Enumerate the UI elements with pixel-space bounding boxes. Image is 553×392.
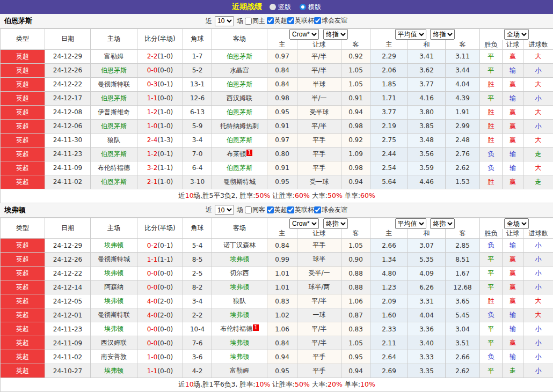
odds-home-cell: 0.84 <box>267 63 297 77</box>
fullmatch-select[interactable]: 全场 <box>504 29 529 40</box>
match-count-select[interactable]: 10 <box>215 16 234 26</box>
match-count-select[interactable]: 10 <box>215 205 234 215</box>
league-label: 球会友谊 <box>322 205 347 215</box>
fullmatch-select-cell: 全场 <box>480 29 553 40</box>
league-filter[interactable]: 球会友谊 <box>314 16 347 25</box>
radio-vertical-layout[interactable]: 竖版 <box>270 3 291 12</box>
result-handicap-cell: 赢 <box>503 49 523 63</box>
odds-away-cell: 1.05 <box>341 63 370 77</box>
same-venue-checkbox[interactable] <box>245 206 252 213</box>
result-goals-cell: 小 <box>523 322 553 336</box>
near-label: 近 <box>206 17 212 26</box>
radio-horizontal-layout[interactable]: 横版 <box>300 3 321 12</box>
avg-home-cell: 1.23 <box>370 280 408 294</box>
match-date-cell: 24-11-02 <box>45 175 91 189</box>
odds-stage-select-2[interactable]: 终指 <box>430 29 455 40</box>
odds-home-cell: 0.97 <box>267 49 297 63</box>
avg-away-cell: 1.67 <box>446 267 480 280</box>
handicap-cell: 球半 <box>297 253 341 267</box>
odds-stage-select-2[interactable]: 终指 <box>430 218 455 229</box>
league-checkbox[interactable] <box>314 17 321 24</box>
average-select[interactable]: 平均值 <box>395 218 426 229</box>
match-date-cell: 24-12-08 <box>45 105 91 119</box>
bookmaker-select-cell: Crow* 终指 <box>267 29 370 40</box>
odds-stage-select-1[interactable]: 终指 <box>323 218 348 229</box>
average-select[interactable]: 平均值 <box>395 29 426 40</box>
home-team-cell: 曼彻斯特城 <box>91 253 137 267</box>
avg-draw-cell: 3.36 <box>408 322 446 336</box>
summary-text: 近10场,胜1平6负3, 胜率:10% 让胜率:50% 大率:20% 单率:10… <box>1 378 553 392</box>
match-type-cell: 英超 <box>1 253 45 267</box>
home-team-cell: 阿森纳 <box>91 280 137 294</box>
odds-home-cell: 0.91 <box>267 161 297 175</box>
bookmaker-select[interactable]: Crow* <box>289 29 319 40</box>
same-venue-checkbox[interactable] <box>245 18 252 25</box>
league-filter[interactable]: 英超 <box>267 205 287 215</box>
corner-cell: 13-1 <box>183 77 212 91</box>
match-type-cell: 英超 <box>1 133 45 147</box>
match-date-cell: 24-11-23 <box>45 147 91 161</box>
fulltime-score: 1-1 <box>147 367 158 375</box>
match-type-cell: 英超 <box>1 77 45 91</box>
away-team-cell: 富勒姆 <box>212 364 267 378</box>
near-label: 近 <box>206 205 212 215</box>
league-checkbox[interactable] <box>314 206 321 213</box>
odds-home-cell: 0.98 <box>267 91 297 105</box>
away-team-cell: 伯恩茅斯 <box>212 77 267 91</box>
avg-draw-cell: 3.07 <box>408 239 446 253</box>
result-goals-cell: 大 <box>523 294 553 308</box>
result-wdl-cell: 负 <box>480 239 503 253</box>
summary-segment: 10% <box>360 380 375 388</box>
match-date-cell: 24-11-02 <box>45 350 91 364</box>
match-type-cell: 英超 <box>1 147 45 161</box>
league-filter[interactable]: 英联杯 <box>287 16 314 25</box>
away-team-name: 伯恩茅斯 <box>227 108 252 116</box>
match-row: 英超 24-12-01 曼彻斯特联 4-0(2-0) 2-2 埃弗顿 1.02 … <box>1 308 553 322</box>
same-venue-filter[interactable]: 同主 <box>245 17 265 26</box>
league-filter[interactable]: 英超 <box>267 16 287 25</box>
avg-home-cell: 2.29 <box>370 49 408 63</box>
fullmatch-select[interactable]: 全场 <box>504 218 529 229</box>
match-date-cell: 24-11-30 <box>45 133 91 147</box>
league-filters: 英超英联杯球会友谊 <box>267 16 347 26</box>
league-checkbox[interactable] <box>287 206 294 213</box>
col-avg-away-header: 客 <box>446 40 480 50</box>
odds-stage-select-1[interactable]: 终指 <box>323 29 348 40</box>
corner-cell: 3-10 <box>183 175 212 189</box>
match-row: 英超 24-12-26 伯恩茅斯 0-0(0-0) 5-2 水晶宫 0.84 平… <box>1 63 553 77</box>
home-team-cell: 埃弗顿 <box>91 239 137 253</box>
fulltime-score: 1-1 <box>147 94 158 102</box>
result-wdl-cell: 胜 <box>480 77 503 91</box>
league-label: 英超 <box>274 16 287 25</box>
halftime-score: (1-0) <box>157 178 173 186</box>
match-type-cell: 英超 <box>1 267 45 280</box>
league-filter[interactable]: 英联杯 <box>287 205 314 215</box>
handicap-cell: 平手 <box>297 133 341 147</box>
same-venue-filter[interactable]: 同客 <box>245 205 265 215</box>
radio-icon[interactable] <box>300 4 306 10</box>
avg-away-cell: 1.53 <box>446 175 480 189</box>
result-handicap-cell: 赢 <box>503 119 523 133</box>
match-row: 英超 24-10-27 埃弗顿 1-1(0-0) 4-2 富勒姆 0.95 平手… <box>1 364 553 378</box>
league-checkbox[interactable] <box>267 206 274 213</box>
halftime-score: (0-0) <box>157 326 173 333</box>
league-checkbox[interactable] <box>287 17 294 24</box>
match-type-cell: 英超 <box>1 63 45 77</box>
home-team-cell: 富勒姆 <box>91 49 137 63</box>
match-row: 英超 24-12-29 埃弗顿 0-2(0-1) 5-4 诺丁汉森林 0.84 … <box>1 239 553 253</box>
page-title: 近期战绩 <box>232 2 262 12</box>
red-card-badge: 1 <box>253 324 258 331</box>
handicap-cell: 平手 <box>297 364 341 378</box>
away-team-cell: 布伦特福德1 <box>212 322 267 336</box>
section-header: 伯恩茅斯 近 10 场 同主 英超英联杯球会友谊 <box>0 14 553 28</box>
avg-away-cell: 4.04 <box>446 77 480 91</box>
away-team-cell: 埃弗顿 <box>212 350 267 364</box>
avg-away-cell: 3.11 <box>446 49 480 63</box>
bookmaker-select[interactable]: Crow* <box>289 218 319 229</box>
avg-draw-cell: 3.77 <box>408 77 446 91</box>
league-checkbox[interactable] <box>267 17 274 24</box>
radio-icon[interactable] <box>270 4 276 10</box>
away-team-cell: 布莱顿1 <box>212 147 267 161</box>
league-filter[interactable]: 球会友谊 <box>314 205 347 215</box>
result-goals-cell: 走 <box>523 147 553 161</box>
